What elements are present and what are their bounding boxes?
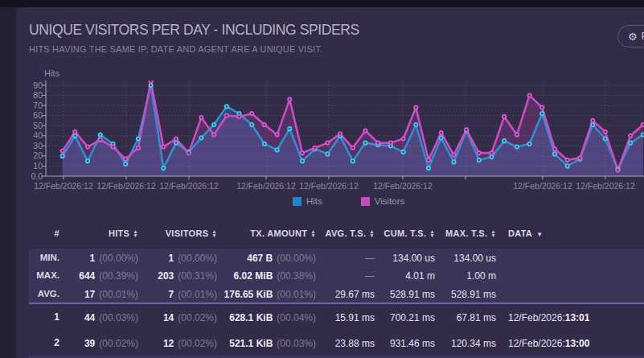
legend-label: Visitors bbox=[375, 196, 405, 206]
legend-hits[interactable]: Hits bbox=[293, 196, 322, 206]
unique-visitors-panel: UNIQUE VISITORS PER DAY - INCLUDING SPID… bbox=[16, 7, 644, 358]
table-row: 239(00.02%)12(00.02%)521.1 KiB(00.03%)23… bbox=[29, 330, 644, 356]
x-axis-label: 12/Feb/2026:12 bbox=[373, 181, 433, 191]
x-axis-label: 12/Feb/2026:12 bbox=[34, 181, 93, 191]
sort-desc-icon: ▼ bbox=[536, 231, 543, 238]
summary-row: MAX.644(00.39%)203(00.31%)6.02 MiB(00.38… bbox=[29, 266, 644, 284]
cell: 1.00 m bbox=[435, 266, 496, 285]
cell: 12(00.02%) bbox=[138, 330, 217, 356]
cell: 17(00.01%) bbox=[59, 285, 138, 303]
table-row: 144(00.03%)14(00.02%)628.1 KiB(00.04%)15… bbox=[29, 304, 644, 330]
sort-icon: ▲▼ bbox=[490, 229, 496, 238]
x-axis-label: 12/Feb/2026:12 bbox=[299, 181, 359, 191]
cell: 931.46 ms bbox=[375, 330, 435, 356]
y-axis-tick: 80 bbox=[16, 90, 43, 100]
summary-row: AVG.17(00.01%)7(00.01%)176.65 KiB(00.01%… bbox=[29, 285, 644, 302]
y-axis-tick: 90 bbox=[16, 80, 43, 90]
top-strip bbox=[0, 0, 644, 7]
summary-block: MIN.1(00.00%)1(00.00%)467 B(00.00%)—134.… bbox=[29, 249, 644, 302]
chart-legend: HitsVisitors bbox=[293, 196, 404, 206]
cell: 1(00.00%) bbox=[59, 249, 138, 267]
cell: 628.1 KiB(00.04%) bbox=[217, 304, 316, 331]
summary-row-label: MAX. bbox=[29, 266, 59, 285]
column-header-cum-t-s[interactable]: CUM. T.S.▲▼ bbox=[375, 223, 435, 245]
cell: 44(00.03%) bbox=[59, 304, 138, 331]
cell bbox=[496, 266, 644, 285]
column-header-label: VISITORS bbox=[166, 228, 209, 238]
sort-icon: ▲▼ bbox=[429, 229, 435, 238]
column-header-label: DATA bbox=[508, 228, 532, 238]
legend-label: Hits bbox=[306, 196, 322, 206]
row-index: 1 bbox=[29, 304, 59, 331]
cell: 4.01 m bbox=[375, 266, 435, 285]
y-axis-tick: 10 bbox=[16, 161, 43, 171]
sort-icon: ▲▼ bbox=[310, 229, 316, 238]
summary-row-label: MIN. bbox=[29, 249, 59, 267]
cell bbox=[496, 285, 644, 303]
cell: 6.02 MiB(00.38%) bbox=[217, 266, 316, 285]
column-header-avg-t-s[interactable]: AVG. T.S.▲▼ bbox=[316, 223, 375, 245]
column-header-index[interactable]: # bbox=[29, 223, 59, 245]
sort-icon: ▲▼ bbox=[369, 229, 375, 238]
visitors-line-chart bbox=[42, 80, 644, 181]
cell: 521.1 KiB(00.03%) bbox=[217, 330, 316, 356]
table-header-row: #HITS▲▼VISITORS▲▼TX. AMOUNT▲▼AVG. T.S.▲▼… bbox=[29, 223, 644, 244]
cell: 134.00 us bbox=[375, 249, 435, 267]
cell: 15.91 ms bbox=[316, 304, 375, 331]
cell: 120.34 ms bbox=[435, 330, 496, 356]
legend-swatch-hits bbox=[293, 197, 301, 206]
cell: 14(00.02%) bbox=[138, 304, 217, 331]
y-axis-tick: 70 bbox=[16, 101, 43, 110]
y-axis-tick: 50 bbox=[16, 121, 43, 130]
cell: 700.21 ms bbox=[375, 304, 435, 331]
sort-icon: ▲▼ bbox=[211, 229, 217, 238]
column-header-label: HITS bbox=[109, 228, 129, 238]
panel-subtitle: HITS HAVING THE SAME IP, DATE AND AGENT … bbox=[29, 44, 322, 54]
column-header-hits[interactable]: HITS▲▼ bbox=[59, 223, 138, 245]
cell: 203(00.31%) bbox=[138, 266, 217, 285]
legend-visitors[interactable]: Visitors bbox=[361, 196, 405, 206]
visitors-table: #HITS▲▼VISITORS▲▼TX. AMOUNT▲▼AVG. T.S.▲▼… bbox=[29, 223, 644, 358]
y-axis-tick: 20 bbox=[16, 150, 43, 160]
y-axis-tick: 40 bbox=[16, 130, 43, 140]
cell: 39(00.02%) bbox=[59, 330, 138, 356]
legend-swatch-visitors bbox=[361, 197, 370, 206]
cell-data: 12/Feb/2026:13:00 bbox=[496, 330, 644, 356]
x-axis-label: 12/Feb/2026:12 bbox=[236, 181, 296, 191]
x-axis-label: 12/Feb/2026:12 bbox=[159, 181, 219, 191]
cell: 1(00.00%) bbox=[138, 249, 217, 267]
goaccess-dashboard: { "page": { "background": "#262134", "to… bbox=[0, 0, 644, 358]
cell: 644(00.39%) bbox=[59, 266, 138, 285]
cell: 23.88 ms bbox=[316, 330, 375, 356]
row-index: 2 bbox=[29, 330, 59, 356]
panel-title: UNIQUE VISITORS PER DAY - INCLUDING SPID… bbox=[29, 22, 359, 39]
column-header-tx-amount[interactable]: TX. AMOUNT▲▼ bbox=[217, 223, 316, 245]
gear-icon: ⚙ bbox=[628, 31, 638, 42]
column-header-visitors[interactable]: VISITORS▲▼ bbox=[138, 223, 217, 245]
y-axis-tick: 0.0 bbox=[16, 171, 43, 181]
cell: 467 B(00.00%) bbox=[217, 249, 316, 267]
x-axis-label: 12/Feb/2026:12 bbox=[576, 181, 635, 191]
column-header-label: MAX. T.S. bbox=[445, 228, 487, 238]
cell bbox=[496, 249, 644, 267]
column-header-label: AVG. T.S. bbox=[325, 228, 366, 238]
cell: 134.00 us bbox=[435, 249, 496, 267]
panels-button-label: P bbox=[642, 31, 644, 42]
cell: 67.81 ms bbox=[435, 304, 496, 331]
y-axis-tick: 60 bbox=[16, 110, 43, 120]
panels-button[interactable]: ⚙ P bbox=[617, 25, 644, 47]
x-axis-label: 12/Feb/2026:12 bbox=[96, 181, 156, 191]
y-axis-title: Hits bbox=[44, 68, 59, 78]
cell: 29.67 ms bbox=[316, 285, 375, 303]
summary-row-label: AVG. bbox=[29, 285, 59, 303]
column-header-data[interactable]: DATA▼ bbox=[496, 223, 644, 245]
column-header-label: CUM. T.S. bbox=[384, 228, 426, 238]
cell: — bbox=[316, 249, 375, 267]
column-header-label: TX. AMOUNT bbox=[250, 228, 307, 238]
column-header-max-t-s[interactable]: MAX. T.S.▲▼ bbox=[435, 223, 496, 245]
sort-icon: ▲▼ bbox=[133, 229, 138, 238]
cell-data: 12/Feb/2026:13:01 bbox=[496, 304, 644, 331]
y-axis-tick: 30 bbox=[16, 141, 43, 150]
x-axis-label: 12/Feb/2026:12 bbox=[513, 181, 572, 191]
cell: 7(00.01%) bbox=[138, 285, 217, 303]
